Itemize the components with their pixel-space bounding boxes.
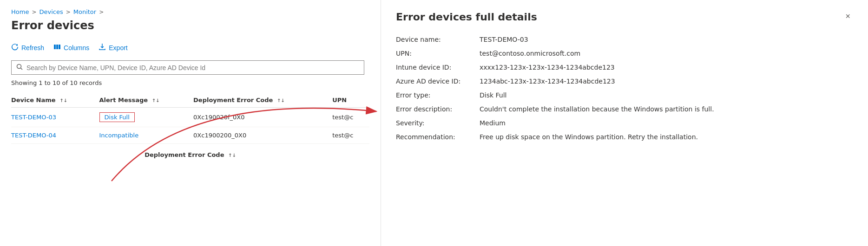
data-table: Device Name ↑↓ Alert Message ↑↓ Deployme…: [11, 93, 369, 144]
export-label: Export: [109, 44, 127, 52]
breadcrumb-sep-2: >: [66, 9, 71, 15]
detail-value-5: Couldn't complete the installation becau…: [480, 105, 853, 113]
bottom-sort-label: Deployment Error Code: [145, 151, 224, 158]
table-row: TEST-DEMO-03 Disk Full 0Xc190020f_0X0 te…: [11, 108, 369, 127]
cell-alert-2: Incompatible: [99, 127, 194, 144]
breadcrumb-sep-3: >: [99, 9, 104, 15]
detail-value-7: Free up disk space on the Windows partit…: [480, 133, 853, 141]
columns-icon: [53, 43, 61, 52]
svg-line-4: [21, 68, 23, 70]
columns-label: Columns: [64, 44, 89, 52]
table-header-row: Device Name ↑↓ Alert Message ↑↓ Deployme…: [11, 93, 369, 108]
columns-button[interactable]: Columns: [53, 41, 89, 54]
breadcrumb-devices[interactable]: Devices: [39, 8, 63, 15]
table-row: TEST-DEMO-04 Incompatible 0Xc1900200_0X0…: [11, 127, 369, 144]
cell-upn-2: test@c: [332, 127, 369, 144]
col-header-alert-message[interactable]: Alert Message ↑↓: [99, 93, 194, 108]
detail-label-2: Intune device ID:: [396, 64, 470, 71]
col-header-deployment-error-code[interactable]: Deployment Error Code ↑↓: [193, 93, 332, 108]
refresh-label: Refresh: [21, 44, 44, 52]
device-link-1[interactable]: TEST-DEMO-03: [11, 114, 56, 121]
cell-device-name-1: TEST-DEMO-03: [11, 108, 99, 127]
search-input[interactable]: [26, 64, 359, 71]
refresh-icon: [11, 43, 19, 52]
cell-upn-1: test@c: [332, 108, 369, 127]
device-link-2[interactable]: TEST-DEMO-04: [11, 132, 56, 139]
cell-alert-1: Disk Full: [99, 108, 194, 127]
col-header-upn[interactable]: UPN: [332, 93, 369, 108]
detail-value-3: 1234abc-123x-123x-1234-1234abcde123: [480, 78, 853, 85]
right-panel: Error devices full details × Device name…: [381, 0, 868, 246]
panel-title: Error devices full details: [396, 11, 537, 23]
bottom-sort[interactable]: Deployment Error Code ↑↓: [11, 151, 369, 158]
detail-value-4: Disk Full: [480, 91, 853, 99]
toolbar: Refresh Columns Export: [11, 41, 369, 54]
export-button[interactable]: Export: [99, 41, 127, 54]
breadcrumb-home[interactable]: Home: [11, 8, 29, 15]
detail-value-2: xxxx123-123x-123x-1234-1234abcde123: [480, 64, 853, 71]
record-count: Showing 1 to 10 of 10 records: [11, 79, 369, 86]
detail-label-3: Azure AD device ID:: [396, 78, 470, 85]
left-panel: Home > Devices > Monitor > Error devices…: [0, 0, 381, 246]
svg-point-3: [17, 65, 21, 69]
detail-value-1: test@contoso.onmicrosoft.com: [480, 50, 853, 57]
close-button[interactable]: ×: [842, 11, 853, 21]
col-header-device-name[interactable]: Device Name ↑↓: [11, 93, 99, 108]
breadcrumb-sep-1: >: [32, 9, 36, 15]
detail-label-6: Severity:: [396, 119, 470, 127]
cell-error-code-1: 0Xc190020f_0X0: [193, 108, 332, 127]
refresh-button[interactable]: Refresh: [11, 41, 44, 54]
search-bar: [11, 60, 364, 75]
breadcrumb: Home > Devices > Monitor >: [11, 8, 369, 15]
search-icon: [16, 64, 23, 71]
bottom-sort-icon: ↑↓: [228, 153, 236, 158]
page-title: Error devices: [11, 19, 369, 32]
detail-label-4: Error type:: [396, 91, 470, 99]
detail-label-0: Device name:: [396, 36, 470, 43]
cell-error-code-2: 0Xc1900200_0X0: [193, 127, 332, 144]
sort-icon-device-name[interactable]: ↑↓: [59, 98, 67, 103]
detail-label-7: Recommendation:: [396, 133, 470, 141]
svg-rect-0: [54, 45, 56, 49]
detail-value-6: Medium: [480, 119, 853, 127]
breadcrumb-monitor[interactable]: Monitor: [73, 8, 96, 15]
disk-full-badge[interactable]: Disk Full: [99, 112, 135, 122]
sort-icon-deployment-error[interactable]: ↑↓: [277, 98, 285, 103]
sort-icon-alert-message[interactable]: ↑↓: [152, 98, 160, 103]
incompatible-link[interactable]: Incompatible: [99, 132, 139, 139]
svg-rect-1: [56, 45, 58, 49]
detail-label-1: UPN:: [396, 50, 470, 57]
detail-value-0: TEST-DEMO-03: [480, 36, 853, 43]
panel-header: Error devices full details ×: [396, 11, 853, 23]
detail-grid: Device name: TEST-DEMO-03 UPN: test@cont…: [396, 36, 853, 141]
export-icon: [99, 43, 106, 52]
cell-device-name-2: TEST-DEMO-04: [11, 127, 99, 144]
detail-label-5: Error description:: [396, 105, 470, 113]
svg-rect-2: [59, 45, 60, 49]
